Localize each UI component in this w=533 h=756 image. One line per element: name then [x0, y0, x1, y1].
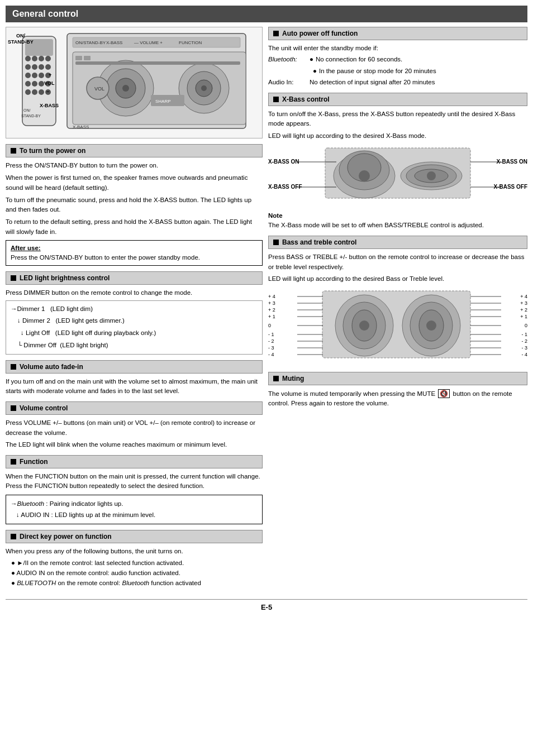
- bullet-2: AUDIO IN on the remote control: audio fu…: [11, 568, 263, 577]
- svg-rect-46: [84, 56, 91, 60]
- vol-fade-header: Volume auto fade-in: [6, 360, 263, 374]
- svg-point-14: [25, 81, 31, 87]
- label-x-bass: X-BASS: [40, 103, 59, 108]
- power-section: To turn the power on Press the ON/STAND-…: [6, 144, 263, 266]
- xbass-off-right: X-BASS OFF: [493, 183, 527, 191]
- xbass-body: To turn on/off the X-Bass, press the X-B…: [268, 109, 527, 230]
- bass-treble-diagram: + 4 + 3 + 2 + 1 0 - 1 - 2 - 3 - 4 + 4 + …: [268, 288, 527, 366]
- vol-fade-body: If you turn off and on the main unit wit…: [6, 377, 263, 396]
- direct-power-body: When you press any of the following butt…: [6, 547, 263, 588]
- scale-0-left: 0: [268, 322, 271, 330]
- bass-treble-icon: [273, 240, 279, 245]
- svg-point-55: [427, 171, 436, 180]
- bluetooth-bullet2: ● In the pause or stop mode for 20 minut…: [313, 66, 527, 76]
- bullet-3: BLUETOOTH on the remote control: Bluetoo…: [11, 578, 263, 587]
- xbass-diagram: X-BASS ON X-BASS OFF X-BASS ON X-BASS OF…: [268, 145, 527, 207]
- dimmer-row-3: ↓ Light Off (LED light off during playba…: [21, 327, 258, 339]
- page-container: General control: [0, 0, 533, 756]
- direct-power-bullets: ►/II on the remote control: last selecte…: [6, 558, 263, 587]
- svg-text:FUNCTION: FUNCTION: [179, 40, 202, 45]
- bullet-1: ►/II on the remote control: last selecte…: [11, 558, 263, 567]
- svg-point-51: [359, 170, 370, 181]
- scale-plus1-left: + 1: [268, 313, 275, 321]
- page-title: General control: [6, 6, 527, 22]
- vol-ctrl-header: Volume control: [6, 401, 263, 415]
- xbass-off-left: X-BASS OFF: [268, 183, 302, 191]
- label-vol-minus: −: [46, 89, 49, 94]
- svg-point-12: [39, 73, 44, 78]
- xbass-header: X-Bass control: [268, 93, 527, 106]
- svg-point-6: [25, 64, 31, 70]
- main-content: ON/ STAND-BY ON/STAND-BY X-BASS — VOLUME…: [6, 27, 527, 594]
- svg-text:STAND-BY: STAND-BY: [21, 114, 41, 118]
- scale-minus4-left: - 4: [268, 351, 274, 359]
- direct-power-header: Direct key power on function: [6, 530, 263, 543]
- scale-plus1-right: + 1: [520, 313, 527, 321]
- svg-point-34: [122, 85, 129, 92]
- svg-rect-45: [75, 56, 82, 60]
- svg-text:X-BASS: X-BASS: [106, 40, 122, 45]
- svg-point-16: [39, 81, 44, 87]
- svg-point-4: [39, 56, 44, 61]
- label-on-standby: ON/STAND-BY: [8, 33, 34, 45]
- scale-0-right: 0: [525, 322, 527, 330]
- bass-treble-header: Bass and treble control: [268, 236, 527, 249]
- svg-point-19: [32, 89, 37, 95]
- led-header-icon: [11, 275, 16, 281]
- func-body: When the FUNCTION button on the main uni…: [6, 472, 263, 524]
- after-use-box: After use: Press the ON/STAND-BY button …: [6, 240, 263, 266]
- volume-fade-section: Volume auto fade-in If you turn off and …: [6, 360, 263, 396]
- device-image: ON/ STAND-BY ON/STAND-BY X-BASS — VOLUME…: [6, 27, 263, 138]
- xbass-icon: [273, 97, 279, 102]
- bluetooth-row: Bluetooth: ● No connection for 60 second…: [268, 55, 527, 64]
- led-section-header: LED light brightness control: [6, 271, 263, 285]
- function-section: Function When the FUNCTION button on the…: [6, 455, 263, 524]
- dimmer-row-1: →Dimmer 1 (LED light dim): [11, 303, 258, 315]
- svg-text:ON/: ON/: [23, 108, 31, 112]
- vol-ctrl-icon: [11, 405, 16, 411]
- power-body: Press the ON/STAND-BY button to turn the…: [6, 161, 263, 266]
- svg-text:SHARP: SHARP: [155, 99, 171, 104]
- svg-point-2: [25, 56, 31, 61]
- svg-point-64: [359, 320, 369, 331]
- svg-text:ON/STAND-BY: ON/STAND-BY: [75, 40, 106, 45]
- func-item-2: ↓ AUDIO IN : LED lights up at the minimu…: [16, 509, 258, 521]
- muting-body: The volume is muted temporarily when pre…: [268, 389, 527, 409]
- dimmer-row-2: ↓ Dimmer 2 (LED light gets dimmer.): [17, 315, 258, 327]
- svg-point-20: [39, 89, 44, 95]
- svg-point-10: [25, 73, 31, 78]
- svg-text:X-BASS: X-BASS: [73, 125, 89, 130]
- svg-point-11: [32, 73, 37, 78]
- led-section: LED light brightness control Press DIMME…: [6, 271, 263, 355]
- dimmer-list: →Dimmer 1 (LED light dim) ↓ Dimmer 2 (LE…: [6, 300, 263, 355]
- muting-header: Muting: [268, 372, 527, 385]
- label-vol-plus: +: [49, 72, 51, 78]
- xbass-note: Note The X-Bass mode will be set to off …: [268, 211, 527, 231]
- svg-point-9: [45, 64, 51, 70]
- svg-point-18: [25, 89, 31, 95]
- xbass-on-left: X-BASS ON: [268, 157, 299, 166]
- mute-symbol: 🔇: [438, 389, 450, 398]
- bass-treble-section: Bass and treble control Press BASS or TR…: [268, 236, 527, 366]
- left-column: ON/ STAND-BY ON/STAND-BY X-BASS — VOLUME…: [6, 27, 263, 594]
- function-list: →Bluetooth : Pairing indicator lights up…: [6, 495, 263, 524]
- muting-section: Muting The volume is muted temporarily w…: [268, 372, 527, 409]
- power-section-header: To turn the power on: [6, 144, 263, 157]
- label-vol: VOL: [44, 80, 55, 86]
- led-body: Press DIMMER button on the remote contro…: [6, 288, 263, 355]
- muting-icon: [273, 376, 279, 381]
- svg-point-8: [39, 64, 44, 70]
- auto-power-header: Auto power off function: [268, 27, 527, 40]
- auto-power-section: Auto power off function The unit will en…: [268, 27, 527, 87]
- vol-fade-icon: [11, 364, 16, 370]
- xbass-section: X-Bass control To turn on/off the X-Bass…: [268, 93, 527, 230]
- svg-point-5: [45, 56, 51, 61]
- direct-power-section: Direct key power on function When you pr…: [6, 530, 263, 588]
- auto-power-body: The unit will enter the standby mode if:…: [268, 44, 527, 87]
- volume-control-section: Volume control Press VOLUME +/– buttons …: [6, 401, 263, 449]
- svg-rect-44: [75, 61, 240, 65]
- auto-power-icon: [273, 31, 279, 36]
- func-icon: [11, 459, 16, 465]
- func-item-1: →Bluetooth : Pairing indicator lights up…: [11, 498, 258, 510]
- vol-ctrl-body: Press VOLUME +/– buttons (on main unit) …: [6, 418, 263, 449]
